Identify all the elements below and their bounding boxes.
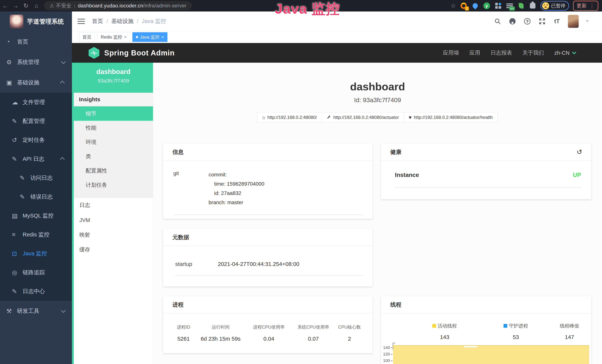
- history-icon: ↺: [12, 137, 23, 144]
- sidebar-item-scheduled-jobs[interactable]: ↺ 定时任务: [0, 130, 72, 150]
- security-label[interactable]: 不安全: [56, 2, 71, 9]
- sba-item-classes[interactable]: 类: [74, 149, 153, 163]
- extension-icon-1[interactable]: 1: [460, 2, 467, 10]
- breadcrumb-home[interactable]: 首页: [92, 17, 103, 25]
- process-values: 5261 6d 23h 15m 59s 0.04 0.07 2: [172, 336, 364, 342]
- sidebar-item-dev-tools[interactable]: ⚒ 研发工具: [0, 301, 72, 321]
- process-col: 运行时间: [196, 324, 246, 330]
- history-icon[interactable]: ↺: [577, 148, 582, 156]
- tab-home[interactable]: 首页: [79, 32, 95, 42]
- bookmark-star-icon[interactable]: ☆: [451, 2, 456, 9]
- home-icon[interactable]: ⌂: [31, 2, 42, 9]
- app-logo: [10, 15, 23, 28]
- sidebar-item-error-log[interactable]: ✎ 错误日志: [0, 187, 72, 206]
- sba-item-jvm[interactable]: JVM: [74, 213, 153, 227]
- metadata-startup-row: startup 2021-04-27T00:44:31.254+08:00: [175, 261, 363, 276]
- sba-locale-select[interactable]: zh-CN: [554, 50, 575, 56]
- breadcrumb-infrastructure[interactable]: 基础设施: [111, 17, 133, 25]
- actuator-url-button[interactable]: http://192.168.0.2:48080/actuator: [322, 112, 404, 123]
- edit-icon: ✎: [12, 118, 23, 125]
- tick-mark: [391, 361, 392, 361]
- sidebar-item-mysql-monitor[interactable]: ▤ MySQL 监控: [0, 206, 72, 225]
- sba-brand-title[interactable]: Spring Boot Admin: [104, 49, 175, 57]
- process-cpu: 0.04: [246, 336, 292, 342]
- browser-update-button[interactable]: 更新 ⋮: [573, 1, 598, 11]
- sidebar-item-home[interactable]: ◔ 首页: [0, 32, 72, 52]
- sidebar-item-redis-monitor[interactable]: ≡ Redis 监控: [0, 225, 72, 244]
- sba-item-mappings[interactable]: 映射: [74, 227, 153, 242]
- extensions-puzzle-icon[interactable]: [529, 2, 536, 10]
- browser-profile-chip[interactable]: 已暂停: [540, 1, 569, 11]
- y-tick-120: 120: [381, 352, 390, 357]
- tab-java-monitor[interactable]: Java 监控 ×: [132, 32, 167, 42]
- extension-icon-4[interactable]: [494, 2, 502, 10]
- heartbeat-icon: ♥: [409, 115, 412, 120]
- sidebar-item-file-manage[interactable]: ☁ 文件管理: [0, 93, 72, 112]
- process-col: 进程ID: [172, 324, 196, 330]
- sidebar-item-config-manage[interactable]: ✎ 配置管理: [0, 112, 72, 130]
- pin-icon: [472, 2, 479, 10]
- hamburger-icon[interactable]: [77, 19, 85, 24]
- search-icon[interactable]: [494, 17, 502, 25]
- edit-icon: ✎: [12, 155, 23, 163]
- extension-icon-6[interactable]: [517, 2, 525, 10]
- git-branch-line: branch: master: [209, 198, 264, 207]
- sidebar-item-infrastructure[interactable]: ▣ 基础设施: [0, 72, 72, 93]
- health-instance-row: Instance UP: [395, 171, 581, 188]
- sidebar-item-log-center[interactable]: ✎ 日志中心: [0, 282, 72, 301]
- sba-nav-wallboard[interactable]: 应用墙: [443, 49, 459, 57]
- reload-icon[interactable]: ↻: [21, 2, 31, 9]
- forward-icon[interactable]: →: [10, 2, 21, 9]
- locale-label: zh-CN: [554, 50, 570, 56]
- avatar-caret-icon[interactable]: [586, 20, 589, 22]
- sba-item-config-props[interactable]: 配置属性: [74, 163, 153, 178]
- fullscreen-icon[interactable]: [538, 17, 546, 25]
- breadcrumb-current: Java 监控: [142, 17, 166, 25]
- sidebar-item-access-log[interactable]: ✎ 访问日志: [0, 168, 72, 187]
- actuator-url: http://192.168.0.2:48080/actuator: [333, 115, 399, 120]
- sba-nav-applications[interactable]: 应用: [469, 49, 480, 57]
- sba-item-caches[interactable]: 缓存: [74, 242, 153, 257]
- tab-redis-monitor[interactable]: Redis 监控 ×: [97, 32, 130, 42]
- sidebar-item-tracing[interactable]: ◎ 链路追踪: [0, 263, 72, 282]
- kebab-menu-icon[interactable]: ⋮: [589, 3, 595, 9]
- font-size-icon[interactable]: tT: [553, 17, 561, 25]
- health-instance-label: Instance: [395, 171, 419, 178]
- sba-item-metrics[interactable]: 性能: [74, 121, 153, 135]
- y-logo-icon: y: [483, 2, 490, 9]
- sidebar-item-java-monitor[interactable]: ⊡ Java 监控: [0, 244, 72, 263]
- health-url-button[interactable]: ♥ http://192.168.0.2:48080/actuator/heal…: [404, 112, 498, 123]
- sba-item-logs[interactable]: 日志: [74, 198, 153, 213]
- sba-item-details[interactable]: 细节: [74, 107, 153, 121]
- git-id-line: id: 27aa832: [209, 189, 264, 198]
- address-bar[interactable]: ⚠ 不安全 | dashboard.yudao.iocoder.cn /infr…: [44, 1, 192, 11]
- terminal-icon: ⊡: [12, 250, 23, 257]
- back-icon[interactable]: ←: [0, 2, 10, 9]
- sba-instance-header[interactable]: dashboard 93a3fc7f7409: [74, 63, 153, 93]
- help-icon[interactable]: ?: [523, 17, 531, 25]
- sidebar-header[interactable]: 芋道管理系统: [0, 11, 72, 32]
- service-url-button[interactable]: ⌂ http://192.168.0.2:48080/: [257, 112, 322, 123]
- sba-item-scheduled-tasks[interactable]: 计划任务: [74, 178, 153, 192]
- card-info-title: 信息: [163, 144, 373, 161]
- extension-icon-2[interactable]: [472, 2, 479, 10]
- extension-icon-3[interactable]: y: [483, 2, 490, 10]
- close-icon[interactable]: ×: [161, 34, 164, 40]
- edit-icon: ✎: [20, 193, 30, 201]
- toolbox-icon: ⚒: [6, 307, 17, 315]
- profile-avatar-icon: [542, 2, 549, 9]
- breadcrumb: 首页 / 基础设施 / Java 监控: [92, 17, 166, 25]
- close-icon[interactable]: ×: [124, 34, 127, 40]
- system-cpu: 0.07: [292, 336, 335, 342]
- process-col: 进程CPU使用率: [246, 324, 292, 330]
- sidebar-item-api-log[interactable]: ✎ API 日志: [0, 150, 72, 168]
- sba-nav-journal[interactable]: 日志报表: [491, 49, 512, 57]
- user-avatar[interactable]: [568, 15, 579, 28]
- spring-boot-admin-logo-icon: [89, 47, 99, 59]
- extension-icon-5[interactable]: on: [506, 2, 513, 10]
- sba-item-environment[interactable]: 环境: [74, 135, 153, 149]
- threads-chart: 140 120 100: [381, 345, 591, 364]
- github-icon[interactable]: [509, 17, 516, 25]
- sba-nav-about[interactable]: 关于我们: [522, 49, 544, 57]
- sidebar-item-system[interactable]: ⚙ 系统管理: [0, 52, 72, 72]
